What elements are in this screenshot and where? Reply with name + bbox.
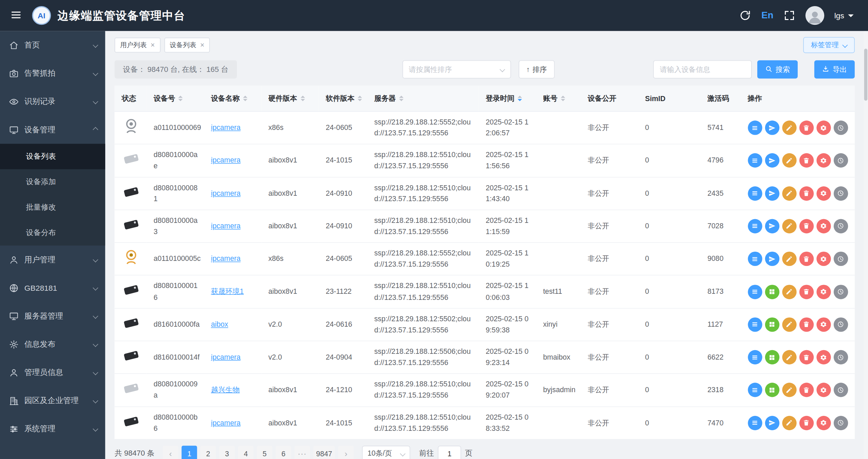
device-name-link[interactable]: 越兴生物: [211, 386, 240, 394]
sidebar-item-recognition-records[interactable]: 识别记录: [0, 88, 105, 116]
prev-page-button[interactable]: ‹: [163, 446, 178, 459]
detail-list-action-button[interactable]: [747, 383, 762, 397]
detail-list-action-button[interactable]: [747, 350, 762, 364]
history-action-button[interactable]: [833, 383, 848, 397]
detail-list-action-button[interactable]: [747, 219, 762, 233]
settings-action-button[interactable]: [816, 350, 831, 364]
sidebar-item-server-management[interactable]: 服务器管理: [0, 302, 105, 330]
user-menu[interactable]: lgs: [834, 11, 854, 20]
history-action-button[interactable]: [833, 252, 848, 266]
device-name-link[interactable]: ipcamera: [211, 353, 240, 361]
edit-action-button[interactable]: [782, 121, 796, 135]
scrollbar-thumb[interactable]: [864, 49, 868, 100]
sort-caret-icon[interactable]: [358, 96, 362, 101]
delete-action-button[interactable]: [799, 186, 813, 200]
device-name-link[interactable]: ipcamera: [211, 156, 240, 164]
refresh-icon[interactable]: [739, 9, 752, 22]
history-action-button[interactable]: [833, 350, 848, 364]
column-header-server[interactable]: 服务器: [367, 86, 478, 112]
sort-caret-icon[interactable]: [179, 96, 183, 101]
sidebar-subitem-device-add[interactable]: 设备添加: [0, 169, 105, 195]
sidebar-item-system-management[interactable]: 系统管理: [0, 415, 105, 443]
column-header-account[interactable]: 账号: [536, 86, 580, 112]
delete-action-button[interactable]: [799, 285, 813, 299]
device-name-link[interactable]: ipcamera: [211, 254, 240, 263]
page-3-button[interactable]: 3: [219, 446, 235, 459]
page-5-button[interactable]: 5: [257, 446, 272, 459]
edit-action-button[interactable]: [782, 285, 796, 299]
send-action-button[interactable]: [765, 186, 779, 200]
device-name-link[interactable]: aibox: [211, 320, 228, 328]
apps-action-button[interactable]: [765, 383, 779, 397]
settings-action-button[interactable]: [816, 153, 831, 168]
scrollbar[interactable]: [864, 31, 868, 459]
avatar[interactable]: [806, 6, 824, 25]
history-action-button[interactable]: [833, 153, 848, 168]
send-action-button[interactable]: [765, 153, 779, 168]
sidebar-subitem-device-list[interactable]: 设备列表: [0, 144, 105, 169]
history-action-button[interactable]: [833, 186, 848, 200]
device-search-input[interactable]: [653, 60, 752, 79]
edit-action-button[interactable]: [782, 252, 796, 266]
send-action-button[interactable]: [765, 252, 779, 266]
sort-attribute-select[interactable]: 请按属性排序: [402, 60, 510, 79]
apps-action-button[interactable]: [765, 317, 779, 331]
send-action-button[interactable]: [765, 416, 779, 430]
sort-caret-icon[interactable]: [518, 96, 522, 101]
delete-action-button[interactable]: [799, 252, 813, 266]
goto-page-input[interactable]: [438, 446, 461, 459]
fullscreen-icon[interactable]: [783, 9, 796, 22]
delete-action-button[interactable]: [799, 416, 813, 430]
edit-action-button[interactable]: [782, 186, 796, 200]
device-name-link[interactable]: ipcamera: [211, 418, 240, 426]
detail-list-action-button[interactable]: [747, 416, 762, 430]
history-action-button[interactable]: [833, 219, 848, 233]
sidebar-item-park-enterprise[interactable]: 园区及企业管理: [0, 386, 105, 415]
page-2-button[interactable]: 2: [200, 446, 216, 459]
history-action-button[interactable]: [833, 317, 848, 331]
detail-list-action-button[interactable]: [747, 121, 762, 135]
settings-action-button[interactable]: [816, 252, 831, 266]
delete-action-button[interactable]: [799, 219, 813, 233]
sort-caret-icon[interactable]: [561, 96, 565, 101]
history-action-button[interactable]: [833, 416, 848, 430]
detail-list-action-button[interactable]: [747, 317, 762, 331]
sidebar-item-info-publish[interactable]: 信息发布: [0, 330, 105, 358]
delete-action-button[interactable]: [799, 350, 813, 364]
close-icon[interactable]: ×: [150, 41, 155, 48]
search-button[interactable]: 搜索: [757, 60, 798, 79]
page-6-button[interactable]: 6: [276, 446, 291, 459]
device-name-link[interactable]: ipcamera: [211, 222, 240, 230]
column-header-login-time[interactable]: 登录时间: [478, 86, 536, 112]
delete-action-button[interactable]: [799, 153, 813, 168]
sidebar-subitem-batch-modify[interactable]: 批量修改: [0, 195, 105, 220]
page-9847-button[interactable]: 9847: [313, 446, 335, 459]
history-action-button[interactable]: [833, 285, 848, 299]
settings-action-button[interactable]: [816, 383, 831, 397]
delete-action-button[interactable]: [799, 121, 813, 135]
sidebar-item-admin-info[interactable]: 管理员信息: [0, 358, 105, 386]
language-toggle[interactable]: En: [761, 10, 773, 21]
device-name-link[interactable]: ipcamera: [211, 189, 240, 197]
apps-action-button[interactable]: [765, 350, 779, 364]
device-name-link[interactable]: ipcamera: [211, 123, 240, 132]
edit-action-button[interactable]: [782, 219, 796, 233]
sort-caret-icon[interactable]: [243, 96, 248, 101]
hamburger-menu-icon[interactable]: [9, 8, 23, 22]
page-1-button[interactable]: 1: [182, 446, 197, 459]
settings-action-button[interactable]: [816, 121, 831, 135]
sidebar-item-user-management[interactable]: 用户管理: [0, 246, 105, 274]
tag-manage-button[interactable]: 标签管理: [803, 37, 855, 53]
settings-action-button[interactable]: [816, 285, 831, 299]
device-name-link[interactable]: 获晟环境1: [211, 287, 244, 295]
history-action-button[interactable]: [833, 121, 848, 135]
sidebar-subitem-device-distribution[interactable]: 设备分布: [0, 220, 105, 246]
settings-action-button[interactable]: [816, 186, 831, 200]
pagination-more-button[interactable]: ···: [294, 446, 310, 459]
detail-list-action-button[interactable]: [747, 285, 762, 299]
edit-action-button[interactable]: [782, 416, 796, 430]
tab-user-list[interactable]: 用户列表×: [114, 37, 160, 52]
send-action-button[interactable]: [765, 219, 779, 233]
close-icon[interactable]: ×: [200, 41, 204, 48]
edit-action-button[interactable]: [782, 153, 796, 168]
